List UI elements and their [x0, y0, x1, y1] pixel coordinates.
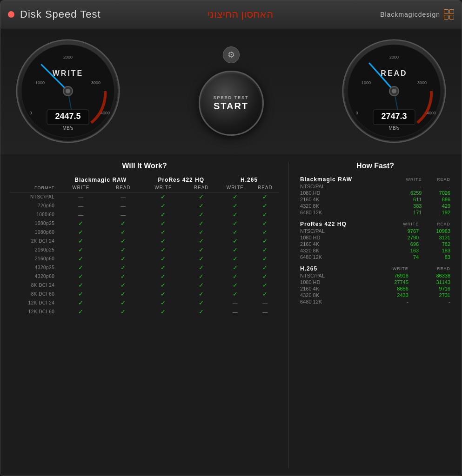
settings-button[interactable]: ⚙ [223, 46, 240, 63]
check-icon: ✓ [262, 273, 268, 280]
close-button[interactable]: × [8, 11, 14, 18]
hf-row: 6480 12K-- [298, 298, 452, 305]
hf-write-cell: 8656 [365, 285, 410, 292]
start-button[interactable]: SPEED TEST START [199, 71, 264, 136]
check-icon: ✓ [199, 229, 204, 236]
how-fast-table: H.265WRITEREADNTSC/PAL76916863381080 HD2… [298, 265, 452, 305]
check-icon: ✓ [121, 220, 126, 227]
check-cell: ✓ [183, 228, 219, 237]
check-icon: ✓ [78, 238, 83, 245]
check-cell: ✓ [143, 307, 184, 316]
hf-col-header: READ [421, 220, 452, 228]
hf-read-cell: 2731 [410, 292, 452, 298]
check-icon: ✓ [199, 238, 204, 245]
check-icon: ✓ [233, 291, 238, 298]
hf-read-cell: - [410, 298, 452, 305]
check-icon: ✓ [199, 193, 204, 200]
check-icon: ✓ [199, 273, 204, 280]
check-icon: ✓ [161, 255, 166, 262]
check-cell: ✓ [219, 228, 251, 237]
brand-sq-4 [449, 15, 454, 20]
table-row: 2160p25✓✓✓✓✓✓ [10, 245, 279, 254]
svg-point-6 [66, 89, 70, 93]
svg-text:3000: 3000 [91, 80, 100, 85]
svg-point-22 [392, 89, 396, 93]
check-cell: ✓ [143, 245, 184, 254]
hf-format-cell: NTSC/PAL [298, 183, 391, 190]
check-cell: — [219, 298, 251, 307]
check-cell: ✓ [143, 210, 184, 219]
check-icon: ✓ [78, 308, 83, 315]
brand-sq-2 [449, 9, 454, 14]
check-icon: ✓ [262, 291, 268, 298]
check-icon: ✓ [78, 282, 83, 289]
start-button-sub-label: SPEED TEST [214, 95, 249, 100]
hf-read-cell: 83 [421, 254, 452, 260]
check-cell: ✓ [143, 228, 184, 237]
check-icon: ✓ [262, 220, 268, 227]
table-row: 12K DCI 60✓✓✓✓—— [10, 307, 279, 316]
check-cell: ✓ [251, 290, 279, 298]
will-it-work-section: Will It Work? Blackmagic RAW ProRes 422 … [10, 162, 289, 468]
check-icon: ✓ [161, 299, 166, 306]
hf-row: 4320 8K24332731 [298, 292, 452, 298]
check-cell: ✓ [58, 228, 103, 237]
disk-name: האחסון החיצוני [208, 8, 273, 20]
check-icon: ✓ [262, 282, 268, 289]
check-cell: ✓ [58, 281, 103, 290]
hf-row: 4320 8K163183 [298, 247, 452, 254]
check-icon: ✓ [262, 255, 268, 262]
check-icon: ✓ [121, 264, 126, 271]
check-cell: ✓ [103, 219, 143, 228]
hf-read-cell: 686 [423, 196, 452, 203]
hf-write-cell: 2790 [386, 234, 421, 241]
check-icon: ✓ [262, 238, 268, 245]
hf-format-cell: 2160 4K [298, 196, 391, 203]
check-icon: ✓ [199, 308, 204, 315]
hf-format-cell: 1080 HD [298, 190, 391, 196]
format-cell: 4320p60 [10, 272, 58, 281]
check-icon: ✓ [78, 246, 83, 253]
check-icon: ✓ [121, 229, 126, 236]
format-header-empty [10, 176, 58, 184]
check-icon: ✓ [199, 246, 204, 253]
format-cell: 8K DCI 24 [10, 281, 58, 290]
will-it-work-table: Blackmagic RAW ProRes 422 HQ H.265 FORMA… [10, 176, 279, 316]
h265-write-header: WRITE [219, 184, 251, 192]
table-row: NTSC/PAL——✓✓✓✓ [10, 192, 279, 202]
hf-format-cell: 2160 4K [298, 241, 386, 247]
check-cell: ✓ [183, 254, 219, 263]
write-gauge: WRITE 0 1000 2000 3000 4000 2447.5 MB/s [14, 38, 121, 145]
svg-text:MB/s: MB/s [389, 126, 400, 131]
table-row: 4320p25✓✓✓✓✓✓ [10, 263, 279, 272]
check-cell: — [251, 307, 279, 316]
check-icon: ✓ [199, 220, 204, 227]
prores-read-header: READ [183, 184, 219, 192]
hf-write-cell: 9767 [386, 228, 421, 234]
hf-format-cell: 6480 12K [298, 298, 365, 305]
svg-text:2447.5: 2447.5 [55, 112, 80, 121]
format-cell: 12K DCI 60 [10, 307, 58, 316]
format-cell: 1080p25 [10, 219, 58, 228]
check-cell: ✓ [58, 254, 103, 263]
brand-squares-icon [444, 9, 454, 20]
format-col-header: FORMAT [10, 184, 58, 192]
check-cell: ✓ [183, 281, 219, 290]
check-icon: ✓ [233, 211, 238, 218]
check-cell: ✓ [251, 219, 279, 228]
title-bar-left: × Disk Speed Test [8, 8, 101, 20]
hf-format-cell: 1080 HD [298, 279, 365, 285]
check-cell: ✓ [143, 237, 184, 245]
svg-text:2000: 2000 [63, 55, 73, 60]
check-cell: — [103, 201, 143, 210]
check-icon: ✓ [121, 308, 126, 315]
check-icon: ✓ [233, 273, 238, 280]
check-icon: ✓ [161, 238, 166, 245]
how-fast-content: Blackmagic RAWWRITEREADNTSC/PAL--1080 HD… [298, 176, 452, 305]
hf-write-cell: 171 [391, 209, 424, 216]
check-cell: ✓ [143, 298, 184, 307]
how-fast-section: How Fast? Blackmagic RAWWRITEREADNTSC/PA… [289, 162, 452, 468]
hf-format-cell: 4320 8K [298, 203, 391, 209]
check-icon: ✓ [161, 220, 166, 227]
check-cell: ✓ [58, 272, 103, 281]
